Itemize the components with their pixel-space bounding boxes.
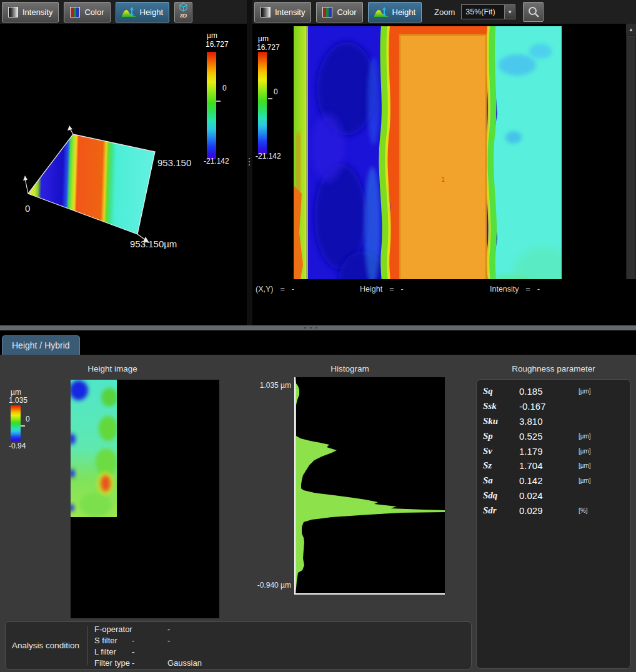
analysis-condition-panel: Analysis condition F-operator-- S filter… xyxy=(5,621,472,670)
cube-icon xyxy=(179,2,188,12)
color-button-2d[interactable]: Color xyxy=(316,2,362,22)
intensity-button[interactable]: Intensity xyxy=(2,2,59,22)
colorbar-max: 16.727 xyxy=(257,43,280,52)
zoom-dropdown-arrow[interactable]: ▼ xyxy=(505,4,515,19)
3d-button[interactable]: 3D xyxy=(174,2,192,22)
height-map-2d[interactable]: 1 xyxy=(294,26,562,294)
3d-viewport[interactable]: 0 953.150 953.150µm µm 16.727 0 -21.142 xyxy=(0,24,247,325)
colorbar-zero-tick xyxy=(268,98,272,99)
roughness-row: Ssk-0.167 xyxy=(477,399,630,414)
height-label: Height xyxy=(140,7,164,17)
condition-row-l-filter: L filter-- xyxy=(94,646,132,658)
height-label: Height xyxy=(392,7,416,17)
mini-colorbar-unit: µm xyxy=(11,388,21,397)
mini-colorbar-zero-tick xyxy=(21,425,25,427)
roughness-row: Sku3.810 xyxy=(477,414,630,429)
condition-row-s-filter: S filter-- xyxy=(94,635,132,646)
histogram-max-label: 1.035 µm xyxy=(250,381,291,390)
colorbar-min: -21.142 xyxy=(256,152,281,161)
roughness-row: Sz1.704[µm] xyxy=(477,458,630,473)
color-icon xyxy=(70,7,80,17)
mini-colorbar-max: 1.035 xyxy=(9,396,27,405)
colorbar-3d xyxy=(207,52,216,159)
vertical-splitter[interactable] xyxy=(247,0,252,325)
color-label: Color xyxy=(337,7,356,17)
analysis-condition-label: Analysis condition xyxy=(12,622,79,669)
status-bar: (X,Y) = - Height = - Intensity = - xyxy=(252,279,636,298)
horizontal-splitter-grip xyxy=(304,327,317,329)
histogram-distribution xyxy=(296,377,445,593)
toolbar-2d: Intensity Color Height Zoom 35%(Fit) ▼ xyxy=(252,0,636,24)
colorbar-zero: 0 xyxy=(274,87,278,96)
intensity-label: Intensity xyxy=(275,7,305,17)
roughness-header: Roughness parameter xyxy=(476,364,631,373)
colorbar-zero-tick xyxy=(216,101,221,102)
roughness-row: Sa0.142[µm] xyxy=(477,473,630,488)
height-profile-icon xyxy=(374,7,388,17)
zoom-label: Zoom xyxy=(434,7,455,17)
condition-divider xyxy=(87,626,87,665)
magnifier-button[interactable] xyxy=(523,2,544,22)
magnifier-icon xyxy=(527,6,540,18)
tab-label: Height / Hybrid xyxy=(12,340,70,350)
analysis-section: Height / Hybrid Height image Histogram R… xyxy=(0,330,636,672)
vertical-scrollbar[interactable]: ▲ ▼ xyxy=(626,24,636,297)
roughness-parameter-panel: Sq0.185[µm] Ssk-0.167 Sku3.810 Sp0.525[µ… xyxy=(476,379,631,669)
colorbar-min: -21.142 xyxy=(204,157,229,166)
status-height-label: Height xyxy=(360,285,382,294)
color-label: Color xyxy=(84,7,104,17)
condition-row-f-operator: F-operator-- xyxy=(94,624,132,635)
mini-colorbar-min: -0.94 xyxy=(9,442,26,450)
color-icon xyxy=(322,7,332,17)
roughness-row: Sdq0.024 xyxy=(477,488,630,503)
height-button-2d[interactable]: Height xyxy=(368,2,422,22)
mini-colorbar-zero: 0 xyxy=(26,415,30,423)
colorbar-unit: µm xyxy=(207,31,217,40)
roughness-row: Sq0.185[µm] xyxy=(477,384,630,399)
zoom-value: 35%(Fit) xyxy=(465,7,495,16)
intensity-icon xyxy=(261,7,271,17)
intensity-button-2d[interactable]: Intensity xyxy=(254,2,311,22)
selection-region[interactable] xyxy=(400,35,486,291)
colorbar-unit: µm xyxy=(258,34,269,43)
axis-origin-label: 0 xyxy=(25,203,30,214)
status-xy: (X,Y) = - xyxy=(256,285,294,294)
roughness-row: Sdr0.029[%] xyxy=(477,503,630,518)
tab-height-hybrid[interactable]: Height / Hybrid xyxy=(2,335,80,355)
height-image-canvas xyxy=(71,380,219,618)
scrollbar-track[interactable] xyxy=(627,36,635,284)
3d-label: 3D xyxy=(180,12,187,19)
histogram-polygon xyxy=(296,377,445,593)
axis-width-label: 953.150 xyxy=(157,157,191,168)
roughness-row: Sv1.179[µm] xyxy=(477,443,630,458)
color-button[interactable]: Color xyxy=(64,2,110,22)
colorbar-2d xyxy=(258,52,267,154)
panel-2d-view: Intensity Color Height Zoom 35%(Fit) ▼ xyxy=(252,0,636,325)
colorbar-max: 16.727 xyxy=(206,40,229,49)
height-button[interactable]: Height xyxy=(116,2,170,22)
vertical-splitter-grip xyxy=(249,158,250,166)
height-image-header: Height image xyxy=(56,364,169,373)
status-height: Height = - xyxy=(360,285,404,294)
zoom-select[interactable]: 35%(Fit) xyxy=(461,4,505,19)
colorbar-zero: 0 xyxy=(222,84,227,92)
condition-rows: F-operator-- S filter-- L filter-- Filte… xyxy=(94,624,132,669)
intensity-icon xyxy=(8,7,18,17)
height-image-strip xyxy=(71,380,117,517)
status-height-value: - xyxy=(400,285,403,294)
roughness-row: Sp0.525[µm] xyxy=(477,428,630,443)
horizontal-splitter[interactable] xyxy=(0,325,636,330)
status-xy-value: - xyxy=(292,285,294,294)
panel-3d-view: Intensity Color Height 3D xyxy=(0,0,247,325)
toolbar-3d: Intensity Color Height 3D xyxy=(0,0,247,24)
histogram-header: Histogram xyxy=(294,364,406,373)
status-intensity-label: Intensity xyxy=(490,285,519,294)
scroll-up-button[interactable]: ▲ xyxy=(626,24,636,36)
analysis-content: Height image Histogram Roughness paramet… xyxy=(0,355,636,672)
2d-viewport: µm 16.727 0 -21.142 xyxy=(252,24,636,303)
axis-depth-label: 953.150µm xyxy=(130,239,177,249)
status-xy-label: (X,Y) xyxy=(256,285,273,294)
mini-colorbar xyxy=(11,405,21,442)
selection-id-label: 1 xyxy=(441,175,445,183)
status-intensity: Intensity = - xyxy=(490,285,540,294)
